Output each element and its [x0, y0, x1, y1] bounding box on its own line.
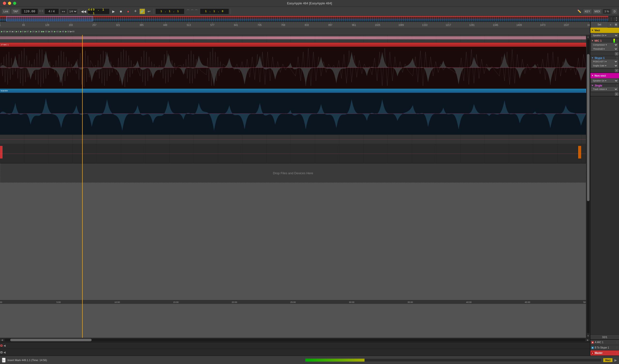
overview-viewport[interactable] — [6, 16, 93, 21]
mic1-add-button[interactable]: + — [615, 52, 618, 56]
mic1-settings-icon[interactable]: ⋮ — [616, 40, 618, 42]
loop-start-display[interactable]: 1 . 1 . 1 — [155, 9, 184, 14]
scene-5[interactable]: ▶16 — [30, 30, 35, 33]
jingle-add-button[interactable]: + — [615, 92, 618, 96]
ruler-tick-line-513 — [189, 22, 189, 24]
return-b-settings[interactable]: ⋮ — [616, 347, 618, 349]
skype-device1-select[interactable]: PODCAST I ▾ — [591, 60, 618, 64]
link-button[interactable]: Link — [1, 9, 10, 14]
pencil-tool[interactable]: ✏️ — [576, 9, 582, 14]
return-a-play-btn[interactable]: ▶ — [591, 341, 594, 344]
return-a-row[interactable]: ▶ A MIC 1 ⋮ — [591, 340, 619, 345]
master-row[interactable]: ▶ Master ⋮ — [591, 350, 619, 356]
key-button[interactable]: KEY — [583, 9, 592, 14]
set-button[interactable]: Set — [591, 22, 608, 28]
d-button[interactable]: D — [612, 9, 618, 14]
minimize-button[interactable] — [8, 2, 11, 5]
skype-add-button[interactable]: + — [615, 69, 618, 72]
time-sig-display[interactable]: 4 / 4 — [44, 9, 59, 14]
mic1-device1-select[interactable]: Compressor ▾ — [591, 43, 618, 47]
skype-device2-select[interactable]: Soglia Gate ▾ — [591, 64, 618, 68]
overview-strip[interactable]: ▲ ▼ ⋮⋮⋮ — [0, 16, 619, 22]
scene-9[interactable]: ▶43 — [54, 30, 59, 33]
voci-context-button[interactable]: Voci — [603, 358, 612, 362]
transport-back[interactable]: ◀◀ — [81, 8, 87, 14]
scene-11[interactable]: ▶58 ▶68 — [65, 30, 75, 33]
skype-settings-icon[interactable]: ⋮ — [616, 57, 618, 59]
return-b-row[interactable]: ▶ B To Skype 1 ⋮ — [591, 345, 619, 350]
return-row-a[interactable]: ◀ — [0, 342, 590, 349]
scroll-down-button[interactable]: ▼ — [586, 334, 590, 338]
loop-end-display[interactable]: 1 . 1 . 0 — [200, 9, 229, 14]
skype-waveform-area[interactable] — [0, 93, 586, 135]
jingle-track-name: ▼ Jingle ⋮ — [591, 84, 618, 87]
status-play-button[interactable]: ▶ — [2, 358, 6, 363]
scene-label-2: 6 — [18, 30, 19, 33]
close-button[interactable] — [3, 2, 6, 5]
non-voci-speaker-select[interactable]: Speaker On ▾ — [591, 79, 618, 83]
transport-fwd[interactable]: ↩ — [146, 8, 152, 14]
scroll-track[interactable] — [587, 39, 590, 334]
scene-4[interactable]: ▶67 — [25, 30, 29, 33]
midi-button[interactable]: MIDI — [593, 9, 602, 14]
quantize-select[interactable]: 1/4 — [68, 9, 77, 14]
scene-7[interactable]: ▶▶33 — [41, 30, 47, 33]
scroll-up-button[interactable]: ▲ — [586, 35, 590, 39]
scroll-left-button[interactable]: ◀ — [0, 339, 4, 341]
tap-button[interactable]: TAP — [11, 9, 20, 14]
scene-play-icon-11: ▶ — [65, 30, 67, 33]
hscroll-thumb[interactable] — [10, 339, 92, 341]
scene-3[interactable]: ▶9 — [20, 30, 24, 33]
return-b-play-btn[interactable]: ▶ — [591, 347, 594, 349]
vertical-scrollbar[interactable]: ▲ ▼ — [586, 35, 590, 338]
scene-1[interactable]: ▶66 ▶2 — [7, 30, 15, 33]
jingle-settings-icon[interactable]: ⋮ — [616, 84, 618, 87]
transport-record[interactable]: ● — [125, 8, 131, 14]
ruler-tick-line-1217 — [448, 22, 449, 24]
horizontal-scrollbar[interactable]: ◀ ▶ — [0, 338, 590, 342]
scene-label-8: 39 — [51, 30, 53, 33]
mic1-track[interactable]: 27 MIC 1 — [0, 43, 586, 89]
ruler-tick-line-257 — [94, 22, 95, 24]
scene-8[interactable]: ▶39 — [48, 30, 53, 33]
master-play-btn[interactable]: ▶ — [591, 352, 594, 354]
voci-speaker-select[interactable]: Speaker On ▾ — [591, 33, 618, 37]
jingle-right-clip[interactable] — [578, 146, 581, 158]
drop-zone[interactable]: Drop Files and Devices Here — [0, 163, 586, 183]
scroll-right-button[interactable]: ▶ — [586, 339, 590, 341]
scene-0[interactable]: ▶65 — [1, 30, 6, 33]
ruler-tick-321: 321 — [116, 24, 120, 27]
scene-play-icon-4: ▶ — [25, 30, 26, 33]
ruler-tick-line-449 — [165, 22, 166, 24]
loop-toggle[interactable]: 🔗 — [140, 9, 145, 14]
non-voci-group-header[interactable]: ▼ Non-voci — [591, 73, 619, 78]
transport-plus[interactable]: + — [132, 8, 139, 14]
ruler-tick-1601: 1601 — [587, 24, 590, 27]
transport-stop[interactable]: ■ — [118, 8, 124, 14]
overview-down-arrow[interactable]: ▼ — [615, 19, 618, 22]
return-a-settings[interactable]: ⋮ — [616, 341, 618, 344]
master-settings[interactable]: ⋮ — [616, 352, 618, 354]
voci-group-header[interactable]: ▼ Voci — [591, 28, 619, 33]
position-display[interactable]: 449 . 1 . 1 — [88, 9, 110, 14]
overview-up-arrow[interactable]: ▲ — [615, 16, 618, 19]
scene-10[interactable]: ▶48 — [60, 30, 64, 33]
hscroll-track[interactable] — [4, 339, 586, 341]
maximize-button[interactable] — [13, 2, 16, 5]
jingle-track[interactable] — [0, 144, 586, 163]
mic1-waveform-area[interactable] — [0, 47, 586, 88]
scene-6[interactable]: ▶20 — [36, 30, 40, 33]
mic1-device2-select[interactable]: Threshold ▾ — [591, 47, 618, 51]
status-right-arrow[interactable]: ▶ — [614, 358, 617, 362]
jingle-left-clip[interactable] — [0, 146, 2, 158]
add-set-button[interactable]: + — [608, 22, 613, 27]
tempo-display[interactable]: 120.00 — [21, 9, 38, 14]
return-row-b[interactable]: ◀ — [0, 349, 590, 356]
overview-grid-button[interactable]: ⋮⋮⋮ — [608, 16, 614, 22]
scene-2[interactable]: ▶6 — [16, 30, 19, 33]
scroll-thumb[interactable] — [587, 54, 590, 201]
delete-set-button[interactable]: ⊠ — [613, 22, 618, 27]
skype-track[interactable]: fede484 — [0, 89, 586, 135]
transport-play[interactable]: ▶ — [111, 8, 117, 14]
jingle-device1-select[interactable]: Track Volum ▾ — [591, 87, 618, 91]
